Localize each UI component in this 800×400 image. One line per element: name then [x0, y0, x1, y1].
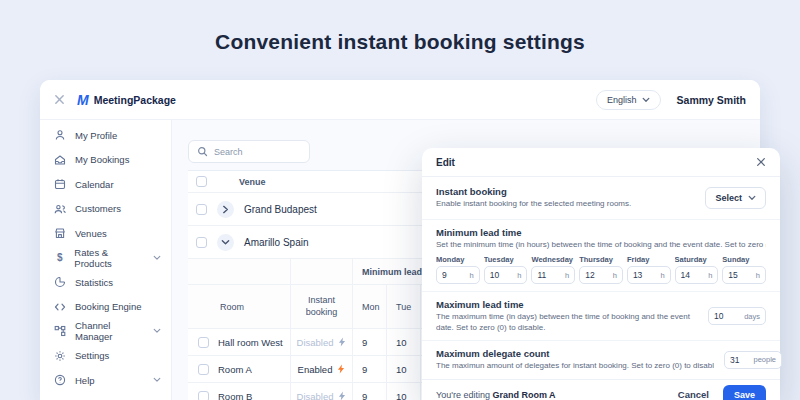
sidebar-item-calendar[interactable]: Calendar — [40, 172, 171, 197]
day-field-saturday: Saturday h — [675, 255, 719, 284]
dollar-icon: $ — [54, 252, 65, 263]
instant-booking-status: Disabled — [297, 337, 334, 348]
sidebar-item-help[interactable]: Help — [40, 368, 171, 393]
row-checkbox[interactable] — [198, 391, 209, 400]
search-box[interactable] — [188, 140, 310, 163]
max-lead-time-section: Maximum lead time The maximum time (in d… — [422, 292, 780, 341]
mon-column-header: Mon — [352, 285, 386, 328]
select-all-checkbox[interactable] — [196, 176, 207, 187]
app-header: M MeetingPackage English Sammy Smith — [40, 80, 760, 120]
close-sidebar-icon[interactable] — [54, 94, 65, 105]
pie-chart-icon — [54, 276, 66, 288]
collapse-button[interactable] — [217, 234, 234, 251]
code-icon — [54, 301, 66, 313]
save-button[interactable]: Save — [723, 385, 766, 400]
close-icon[interactable] — [756, 157, 766, 167]
max-delegate-desc: The maximun amount of delegates for inst… — [436, 361, 714, 372]
max-lead-time-label: Maximum lead time — [436, 299, 698, 310]
instant-booking-desc: Enable instant booking for the selected … — [436, 199, 631, 210]
saturday-hours-input[interactable] — [681, 270, 709, 280]
sidebar-item-settings[interactable]: Settings — [40, 344, 171, 369]
wednesday-hours-input[interactable] — [537, 270, 565, 280]
chevron-down-icon — [642, 97, 650, 103]
sidebar-item-statistics[interactable]: Statistics — [40, 270, 171, 295]
chevron-down-icon — [153, 255, 161, 261]
inbox-icon — [54, 154, 66, 166]
search-icon — [197, 146, 208, 157]
language-selector[interactable]: English — [596, 90, 661, 110]
gear-icon — [54, 350, 66, 362]
instant-booking-section: Instant booking Enable instant booking f… — [422, 177, 780, 220]
instant-booking-select[interactable]: Select — [705, 187, 766, 209]
day-field-thursday: Thursday h — [579, 255, 623, 284]
day-field-monday: Monday h — [436, 255, 480, 284]
tue-value: 10 — [386, 329, 420, 355]
chevron-down-icon — [153, 377, 161, 383]
row-checkbox[interactable] — [196, 204, 207, 215]
max-lead-time-desc: The maximum time (in days) between the t… — [436, 312, 698, 333]
day-field-sunday: Sunday h — [722, 255, 766, 284]
min-lead-time-section: Minimum lead time Set the minimum time (… — [422, 220, 780, 293]
tuesday-hours-input[interactable] — [490, 270, 518, 280]
sidebar-item-channel-manager[interactable]: Channel Manager — [40, 319, 171, 344]
question-icon — [54, 374, 66, 386]
cancel-button[interactable]: Cancel — [678, 389, 709, 400]
user-name[interactable]: Sammy Smith — [677, 94, 746, 106]
modal-footer: You're editing Grand Room A Cancel Save — [422, 379, 780, 400]
sidebar-item-venues[interactable]: Venues — [40, 221, 171, 246]
max-lead-time-input[interactable] — [714, 311, 744, 321]
user-icon — [54, 129, 66, 141]
instant-booking-column-header: Instant booking — [291, 295, 352, 318]
mon-value: 9 — [352, 329, 386, 355]
chevron-right-icon — [222, 205, 229, 214]
modal-title: Edit — [436, 157, 455, 168]
people-icon — [54, 203, 66, 215]
instant-booking-label: Instant booking — [436, 186, 631, 197]
tue-value: 10 — [386, 356, 420, 382]
calendar-icon — [54, 178, 66, 190]
room-name: Room B — [218, 383, 290, 400]
room-name: Room A — [218, 356, 290, 382]
monday-hours-input[interactable] — [442, 270, 470, 280]
tue-column-header: Tue — [386, 285, 420, 328]
sunday-hours-input[interactable] — [728, 270, 756, 280]
brand-name: MeetingPackage — [94, 94, 176, 106]
venue-name: Grand Budapest — [244, 204, 317, 215]
brand-logo-icon: M — [77, 93, 89, 107]
page-title: Convenient instant booking settings — [0, 30, 800, 54]
weekday-inputs-row: Monday h Tuesday h Wednesday h Thursday … — [436, 255, 766, 284]
edit-modal-header: Edit — [422, 148, 780, 177]
room-name: Hall room West — [218, 329, 290, 355]
row-checkbox[interactable] — [196, 237, 207, 248]
lightning-bolt-icon[interactable] — [337, 364, 345, 374]
editing-room-name: Grand Room A — [492, 390, 555, 400]
row-checkbox[interactable] — [198, 364, 209, 375]
min-lead-time-desc: Set the minimum time (in hours) between … — [436, 240, 766, 251]
max-delegate-input[interactable] — [730, 355, 753, 365]
mon-value: 9 — [352, 356, 386, 382]
expand-button[interactable] — [217, 201, 234, 218]
chevron-down-icon — [748, 195, 756, 201]
search-input[interactable] — [214, 147, 301, 157]
venue-column-header: Venue — [239, 177, 266, 187]
day-field-wednesday: Wednesday h — [531, 255, 575, 284]
sidebar-item-booking-engine[interactable]: Booking Engine — [40, 295, 171, 320]
friday-hours-input[interactable] — [633, 270, 661, 280]
sidebar-item-customers[interactable]: Customers — [40, 197, 171, 222]
sidebar-item-rates-products[interactable]: $ Rates & Products — [40, 246, 171, 271]
day-field-tuesday: Tuesday h — [484, 255, 528, 284]
venue-name: Amarillo Spain — [244, 237, 308, 248]
lightning-bolt-icon[interactable] — [338, 337, 346, 347]
sidebar-item-my-profile[interactable]: My Profile — [40, 123, 171, 148]
editing-note: You're editing Grand Room A — [436, 390, 556, 400]
tue-value: 10 — [386, 383, 420, 400]
day-field-friday: Friday h — [627, 255, 671, 284]
room-column-header: Room — [218, 285, 290, 328]
sitemap-icon — [54, 325, 66, 337]
row-checkbox[interactable] — [198, 337, 209, 348]
sidebar-item-my-bookings[interactable]: My Bookings — [40, 148, 171, 173]
thursday-hours-input[interactable] — [585, 270, 613, 280]
lightning-bolt-icon[interactable] — [338, 391, 346, 400]
sidebar-item-partial[interactable] — [40, 393, 171, 400]
instant-booking-status: Enabled — [298, 364, 333, 375]
